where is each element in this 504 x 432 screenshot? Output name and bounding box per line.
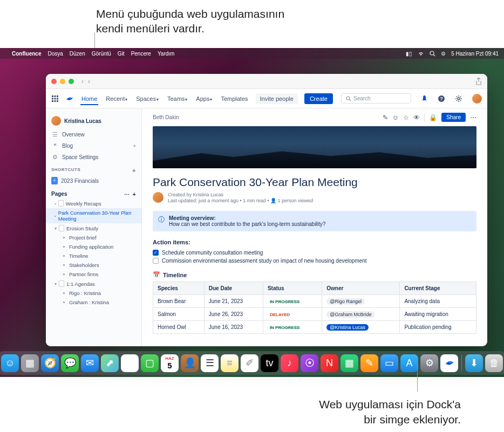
- sidebar-overview[interactable]: ☰ Overview: [46, 129, 141, 140]
- dock-numbers-icon[interactable]: ▦: [340, 354, 358, 372]
- nav-teams[interactable]: Teams▾: [166, 93, 188, 104]
- comment-icon[interactable]: ☺: [392, 114, 399, 121]
- desktop: Confluence Dosya Düzen Görüntü Git Pence…: [0, 48, 504, 377]
- close-button[interactable]: [51, 79, 57, 84]
- dock-finder-icon[interactable]: ☺: [1, 354, 19, 372]
- dock-photos-icon[interactable]: 🏵: [121, 354, 139, 372]
- menubar-item-edit[interactable]: Düzen: [70, 51, 85, 57]
- tree-rigo[interactable]: Rigo : Kristina: [46, 289, 141, 298]
- tree-partner[interactable]: Partner firms: [46, 270, 141, 279]
- spotlight-icon[interactable]: [430, 51, 435, 57]
- user-mention[interactable]: @Rigo Rangel: [326, 298, 365, 305]
- add-page-button[interactable]: +: [133, 191, 136, 197]
- calendar-icon: 📅: [153, 271, 160, 278]
- dock-messages-icon[interactable]: 💬: [61, 354, 79, 372]
- user-mention[interactable]: @Kristina Lucas: [326, 324, 369, 331]
- dock-podcasts-icon[interactable]: ⦿: [301, 354, 318, 372]
- dock-confluence-icon[interactable]: [440, 354, 458, 372]
- invite-button[interactable]: Invite people: [256, 93, 298, 104]
- share-button[interactable]: Share: [441, 113, 466, 122]
- dock-downloads-icon[interactable]: ⬇: [465, 354, 483, 372]
- sidebar-shortcut-item[interactable]: ≡ 2023 Financials: [46, 175, 141, 187]
- help-icon[interactable]: ?: [438, 95, 445, 102]
- dock-launchpad-icon[interactable]: ▦: [21, 354, 39, 372]
- tree-project-brief[interactable]: Project brief: [46, 233, 141, 242]
- tree-erosion[interactable]: ▾Erosion Study: [46, 223, 141, 233]
- search-input[interactable]: Search: [341, 93, 411, 104]
- edit-icon[interactable]: ✎: [383, 114, 388, 121]
- maximize-button[interactable]: [69, 79, 74, 84]
- dock-news-icon[interactable]: N: [321, 354, 338, 372]
- dock-keynote-icon[interactable]: ▭: [380, 354, 398, 372]
- dock-notes-icon[interactable]: ≡: [221, 354, 239, 372]
- confluence-top-nav: Home Recent▾ Spaces▾ Teams▾ Apps▾ Templa…: [46, 89, 487, 108]
- settings-icon[interactable]: [455, 95, 462, 102]
- nav-apps[interactable]: Apps▾: [195, 93, 213, 104]
- checkbox-unchecked[interactable]: [153, 258, 159, 264]
- dock-safari-icon[interactable]: 🧭: [41, 354, 59, 372]
- tree-stakeholders[interactable]: Stakeholders: [46, 260, 141, 270]
- svg-line-12: [350, 99, 351, 101]
- author-avatar: [153, 192, 164, 203]
- control-center-icon[interactable]: ⚙: [441, 51, 446, 57]
- menubar-item-help[interactable]: Yardım: [158, 51, 175, 57]
- star-icon[interactable]: ☆: [403, 114, 409, 121]
- dock-reminders-icon[interactable]: ☰: [201, 354, 219, 372]
- watch-icon[interactable]: 👁: [413, 114, 420, 121]
- dock-mail-icon[interactable]: ✉: [81, 354, 99, 372]
- create-button[interactable]: Create: [304, 93, 333, 104]
- lock-icon[interactable]: 🔒: [429, 114, 437, 121]
- nav-home[interactable]: Home: [80, 93, 98, 105]
- user-mention[interactable]: @Graham McBride: [326, 311, 374, 318]
- dock-facetime-icon[interactable]: ▢: [141, 354, 159, 372]
- gear-icon: ⚙: [51, 154, 59, 161]
- dock-settings-icon[interactable]: ⚙: [420, 354, 438, 372]
- dock-pages-icon[interactable]: ✎: [360, 354, 378, 372]
- tree-weekly[interactable]: •Weekly Recaps: [46, 198, 141, 208]
- dock-maps-icon[interactable]: ⬈: [101, 354, 119, 372]
- pages-more-icon[interactable]: ⋯: [124, 191, 130, 197]
- menubar-item-file[interactable]: Dosya: [47, 51, 63, 57]
- dock-freeform-icon[interactable]: ✐: [241, 354, 258, 372]
- battery-icon[interactable]: ▮▯: [406, 51, 412, 57]
- tree-agendas[interactable]: ▾1:1 Agendas: [46, 279, 141, 289]
- dock-calendar-icon[interactable]: HAZ 5: [161, 354, 179, 372]
- minimize-button[interactable]: [60, 79, 65, 84]
- menubar-item-window[interactable]: Pencere: [131, 51, 151, 57]
- sidebar-blog[interactable]: ❝ Blog +: [46, 140, 141, 152]
- menubar-datetime[interactable]: 5 Haziran Pzt 09:41: [451, 51, 499, 57]
- callout-line: [417, 365, 418, 392]
- breadcrumb[interactable]: Beth Dakin: [153, 114, 179, 120]
- nav-templates[interactable]: Templates: [220, 93, 249, 104]
- dock-trash-icon[interactable]: 🗑: [485, 354, 503, 372]
- forward-button[interactable]: ›: [88, 78, 90, 85]
- sidebar-user[interactable]: Kristina Lucas: [46, 113, 141, 129]
- add-shortcut-button[interactable]: +: [132, 167, 136, 174]
- tree-timeline[interactable]: Timeline: [46, 251, 141, 260]
- confluence-logo-icon[interactable]: [65, 94, 74, 103]
- page-meta: Last updated: just a moment ago • 1 min …: [168, 198, 313, 203]
- dock-contacts-icon[interactable]: 👤: [181, 354, 199, 372]
- menubar-item-go[interactable]: Git: [118, 51, 125, 57]
- tree-graham[interactable]: Graham : Kristina: [46, 298, 141, 307]
- tree-park[interactable]: •Park Conservation 30-Year Plan Meeting: [46, 208, 141, 223]
- menubar-item-view[interactable]: Görüntü: [92, 51, 111, 57]
- app-switcher-icon[interactable]: [51, 95, 59, 102]
- cell-stage: Awaiting migration: [400, 308, 476, 321]
- created-by: Created by Kristina Lucas: [168, 192, 313, 197]
- share-icon[interactable]: [475, 78, 482, 85]
- back-button[interactable]: ‹: [81, 78, 84, 85]
- sidebar-space-settings[interactable]: ⚙ Space Settings: [46, 152, 141, 163]
- tree-funding[interactable]: Funding application: [46, 242, 141, 251]
- notifications-icon[interactable]: [421, 95, 428, 102]
- checkbox-checked[interactable]: ✓: [153, 250, 159, 256]
- nav-spaces[interactable]: Spaces▾: [135, 93, 160, 104]
- more-icon[interactable]: ⋯: [470, 114, 476, 121]
- profile-avatar[interactable]: [472, 94, 482, 104]
- wifi-icon[interactable]: [418, 51, 424, 56]
- nav-recent[interactable]: Recent▾: [105, 93, 128, 104]
- dock-appstore-icon[interactable]: A: [400, 354, 418, 372]
- dock-music-icon[interactable]: ♪: [281, 354, 298, 372]
- menubar-app-name[interactable]: Confluence: [12, 51, 41, 57]
- dock-tv-icon[interactable]: tv: [261, 354, 278, 372]
